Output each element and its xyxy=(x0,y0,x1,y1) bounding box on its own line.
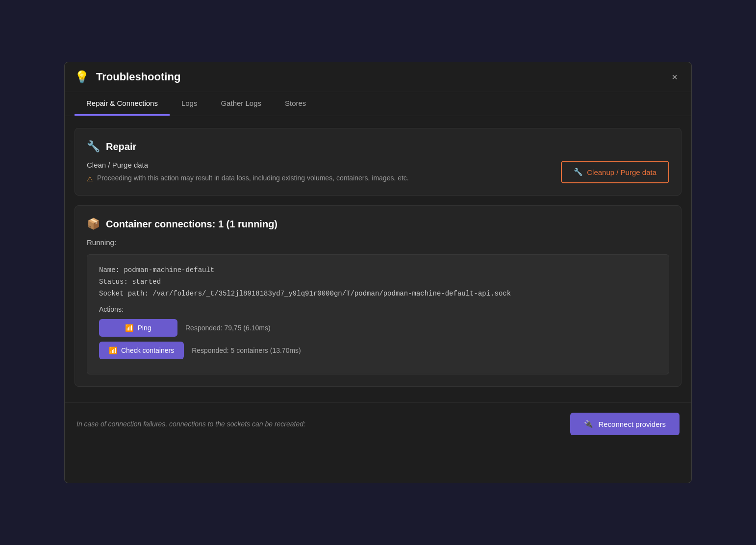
repair-body: Clean / Purge data ⚠ Proceeding with thi… xyxy=(87,161,669,183)
repair-card: 🔧 Repair Clean / Purge data ⚠ Proceeding… xyxy=(75,128,681,196)
wrench-icon: 🔧 xyxy=(87,140,100,153)
connection-box: Name: podman-machine-default Status: sta… xyxy=(87,254,669,374)
container-connections-card: 📦 Container connections: 1 (1 running) R… xyxy=(75,205,681,387)
ping-button[interactable]: 📶 Ping xyxy=(99,319,177,337)
connection-name: Name: podman-machine-default xyxy=(99,265,657,276)
tab-bar: Repair & Connections Logs Gather Logs St… xyxy=(65,92,691,116)
footer-text: In case of connection failures, connecti… xyxy=(76,420,305,428)
connection-status: Status: started xyxy=(99,276,657,288)
ping-row: 📶 Ping Responded: 79,75 (6.10ms) xyxy=(99,319,657,337)
container-card-header: 📦 Container connections: 1 (1 running) xyxy=(87,218,669,230)
bars-icon: 📶 xyxy=(125,324,133,332)
check-containers-response: Responded: 5 containers (13.70ms) xyxy=(192,347,301,354)
footer-bar: In case of connection failures, connecti… xyxy=(65,402,691,445)
cleanup-purge-button[interactable]: 🔧 Cleanup / Purge data xyxy=(561,161,669,183)
repair-title: Repair xyxy=(106,141,136,152)
box-icon: 📦 xyxy=(87,218,100,230)
tab-stores[interactable]: Stores xyxy=(273,92,318,116)
connection-socket: Socket path: /var/folders/_t/35l2jl89181… xyxy=(99,288,657,300)
troubleshooting-window: 💡 Troubleshooting × Repair & Connections… xyxy=(64,62,692,483)
title-bar: 💡 Troubleshooting × xyxy=(65,62,691,92)
window-title: Troubleshooting xyxy=(96,71,180,83)
clean-purge-label: Clean / Purge data xyxy=(87,161,551,169)
warning-text: Proceeding with this action may result i… xyxy=(97,174,409,182)
repair-text-section: Clean / Purge data ⚠ Proceeding with thi… xyxy=(87,161,551,183)
lightbulb-icon: 💡 xyxy=(75,70,89,84)
tab-logs[interactable]: Logs xyxy=(170,92,209,116)
actions-label: Actions: xyxy=(99,305,657,313)
plug-icon: 🔌 xyxy=(584,420,593,428)
check-containers-row: 📶 Check containers Responded: 5 containe… xyxy=(99,342,657,359)
cleanup-icon: 🔧 xyxy=(574,168,583,176)
repair-card-header: 🔧 Repair xyxy=(87,140,669,153)
close-button[interactable]: × xyxy=(668,70,681,85)
check-containers-button[interactable]: 📶 Check containers xyxy=(99,342,184,359)
main-content: 🔧 Repair Clean / Purge data ⚠ Proceeding… xyxy=(65,116,691,398)
running-label: Running: xyxy=(87,238,669,247)
warning-icon: ⚠ xyxy=(87,175,93,183)
tab-gather-logs[interactable]: Gather Logs xyxy=(209,92,273,116)
reconnect-providers-button[interactable]: 🔌 Reconnect providers xyxy=(570,413,680,435)
bars-icon-2: 📶 xyxy=(109,347,117,354)
ping-response: Responded: 79,75 (6.10ms) xyxy=(185,324,271,332)
warning-row: ⚠ Proceeding with this action may result… xyxy=(87,174,551,183)
tab-repair-connections[interactable]: Repair & Connections xyxy=(75,92,170,116)
container-connections-title: Container connections: 1 (1 running) xyxy=(106,219,277,230)
